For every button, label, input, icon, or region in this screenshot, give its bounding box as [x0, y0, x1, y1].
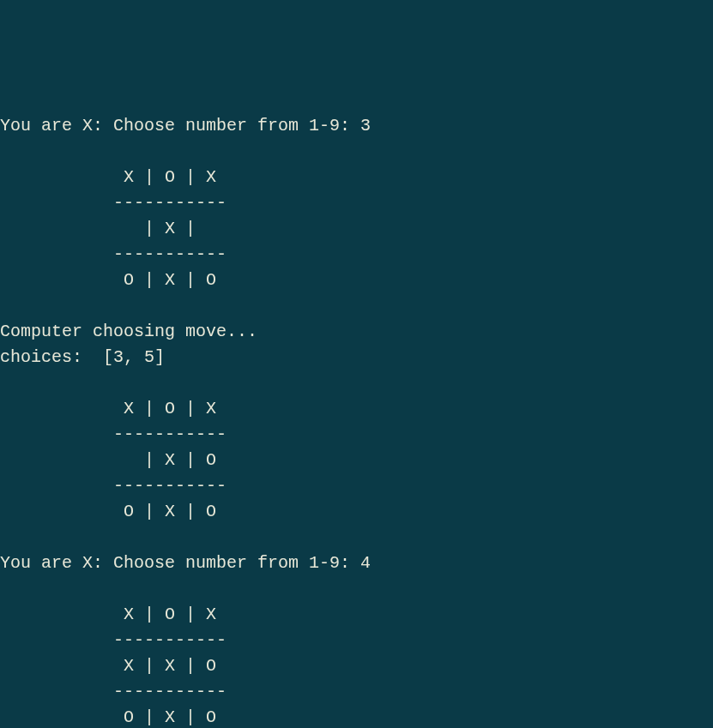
board-pad	[0, 219, 113, 238]
board-pad	[0, 476, 113, 496]
board-pad	[0, 682, 113, 701]
board-pad	[0, 399, 113, 418]
prompt-line: You are X: Choose number from 1-9: 4	[0, 553, 371, 573]
board-row: X | O | X	[113, 605, 216, 624]
board-sep: -----------	[113, 424, 227, 444]
board-pad	[0, 244, 113, 264]
prompt-line: You are X: Choose number from 1-9: 3	[0, 116, 371, 135]
board-pad	[0, 270, 113, 290]
board-row: X | O | X	[113, 167, 216, 187]
board-pad	[0, 424, 113, 444]
board-row: O | X | O	[113, 707, 216, 727]
board-pad	[0, 707, 113, 727]
board-sep: -----------	[113, 193, 227, 213]
board-row: | X |	[113, 219, 216, 238]
board-sep: -----------	[113, 476, 227, 496]
board-sep: -----------	[113, 244, 227, 264]
board-sep: -----------	[113, 682, 227, 701]
board-pad	[0, 502, 113, 521]
board-pad	[0, 193, 113, 213]
board-row: X | X | O	[113, 656, 216, 676]
board-row: O | X | O	[113, 502, 216, 521]
choices-line: choices: [3, 5]	[0, 347, 165, 367]
board-row: X | O | X	[113, 399, 216, 418]
board-row: | X | O	[113, 450, 216, 470]
board-sep: -----------	[113, 630, 227, 650]
board-pad	[0, 656, 113, 676]
board-row: O | X | O	[113, 270, 216, 290]
board-pad	[0, 167, 113, 187]
board-pad	[0, 630, 113, 650]
board-pad	[0, 450, 113, 470]
board-pad	[0, 605, 113, 624]
computer-msg: Computer choosing move...	[0, 322, 257, 341]
terminal-output: You are X: Choose number from 1-9: 3 X |…	[0, 103, 713, 728]
